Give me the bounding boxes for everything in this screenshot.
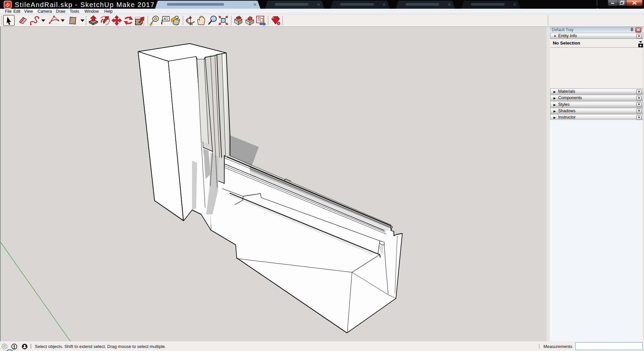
svg-text:A1: A1 (164, 17, 168, 21)
